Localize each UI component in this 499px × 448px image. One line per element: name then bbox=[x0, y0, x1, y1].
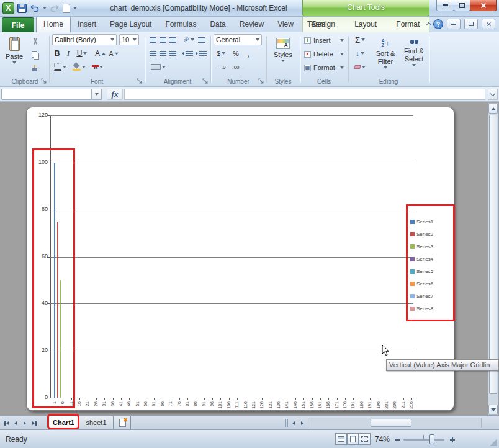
legend-item[interactable]: Series2 bbox=[409, 228, 454, 240]
find-select-button[interactable]: Find &Select bbox=[401, 34, 427, 76]
clipboard-dialog-launcher[interactable] bbox=[41, 78, 47, 84]
fill-button[interactable]: ↓ bbox=[350, 48, 370, 59]
italic-button[interactable]: I bbox=[63, 48, 73, 59]
hscroll-left-button[interactable] bbox=[289, 418, 298, 428]
hscroll-track[interactable] bbox=[308, 418, 482, 428]
vscroll-down-button[interactable] bbox=[488, 405, 498, 414]
accounting-format-button[interactable]: $ bbox=[214, 48, 228, 59]
excel-logo-icon[interactable]: X bbox=[2, 2, 14, 14]
redo-button[interactable] bbox=[50, 4, 60, 12]
align-top-button[interactable] bbox=[148, 34, 158, 45]
decrease-decimal-button[interactable]: .00→ bbox=[231, 61, 246, 73]
normal-view-button[interactable] bbox=[335, 433, 347, 445]
align-middle-button[interactable] bbox=[158, 34, 168, 45]
number-format-combobox[interactable]: General bbox=[214, 34, 262, 45]
chart-legend[interactable]: Series1Series2Series3Series4Series5Serie… bbox=[409, 215, 454, 315]
value-axis-major-gridline[interactable] bbox=[50, 115, 413, 116]
zoom-slider[interactable] bbox=[403, 439, 444, 441]
expand-formula-bar-button[interactable] bbox=[488, 89, 498, 100]
tab-formulas[interactable]: Formulas bbox=[158, 17, 203, 32]
tab-insert[interactable]: Insert bbox=[71, 17, 103, 32]
legend-item[interactable]: Series6 bbox=[409, 277, 454, 290]
underline-button[interactable]: U bbox=[74, 48, 89, 59]
last-sheet-button[interactable] bbox=[30, 418, 38, 428]
tab-home[interactable]: Home bbox=[36, 17, 71, 32]
increase-decimal-button[interactable]: ←.0 bbox=[214, 61, 228, 73]
hscroll-thumb[interactable] bbox=[371, 419, 411, 427]
workbook-restore-button[interactable] bbox=[464, 19, 478, 29]
wrap-text-button[interactable] bbox=[196, 34, 206, 45]
sheet-tab-chart1[interactable]: Chart1 bbox=[48, 416, 79, 429]
legend-item[interactable]: Series5 bbox=[409, 265, 454, 277]
align-right-button[interactable] bbox=[168, 48, 178, 59]
undo-button[interactable] bbox=[30, 4, 40, 12]
borders-button[interactable] bbox=[52, 61, 68, 73]
previous-sheet-button[interactable] bbox=[11, 418, 20, 428]
delete-cells-button[interactable]: × Delete bbox=[302, 48, 346, 60]
chart-bar-series1[interactable] bbox=[54, 163, 55, 398]
value-axis-major-gridline[interactable] bbox=[50, 257, 413, 258]
number-dialog-launcher[interactable] bbox=[258, 78, 264, 84]
maximize-button[interactable] bbox=[454, 0, 470, 11]
workbook-close-button[interactable] bbox=[482, 19, 495, 29]
legend-item[interactable]: Series1 bbox=[409, 215, 454, 228]
vscroll-up-button[interactable] bbox=[488, 104, 498, 114]
copy-button[interactable] bbox=[29, 49, 41, 60]
customize-qat-dropdown-icon[interactable] bbox=[73, 7, 77, 9]
fill-color-button[interactable] bbox=[71, 61, 87, 73]
align-center-button[interactable] bbox=[158, 48, 168, 59]
workbook-minimize-button[interactable] bbox=[447, 19, 461, 29]
percent-style-button[interactable]: % bbox=[231, 48, 241, 59]
zoom-in-button[interactable] bbox=[448, 436, 456, 444]
help-button[interactable]: ? bbox=[433, 19, 443, 29]
sheet-tab-sheet1[interactable]: sheet1 bbox=[79, 416, 114, 429]
orientation-button[interactable]: ab bbox=[182, 34, 195, 45]
format-cells-button[interactable]: ▦ Format bbox=[302, 61, 346, 74]
file-tab[interactable]: File bbox=[2, 17, 34, 32]
decrease-indent-button[interactable] bbox=[181, 48, 194, 59]
cut-button[interactable] bbox=[29, 35, 41, 47]
tab-review[interactable]: Review bbox=[233, 17, 271, 32]
tab-design[interactable]: Design bbox=[312, 17, 335, 32]
insert-worksheet-button[interactable] bbox=[114, 416, 131, 429]
font-dialog-launcher[interactable] bbox=[137, 78, 143, 84]
minimize-button[interactable] bbox=[436, 0, 454, 11]
legend-item[interactable]: Series3 bbox=[409, 240, 454, 253]
vscroll-thumb[interactable] bbox=[489, 115, 497, 394]
increase-font-button[interactable]: A bbox=[94, 48, 107, 59]
page-break-preview-button[interactable] bbox=[359, 433, 371, 445]
insert-function-button[interactable]: fx bbox=[107, 89, 123, 100]
tab-format[interactable]: Format bbox=[396, 17, 420, 32]
bold-button[interactable]: B bbox=[52, 48, 62, 59]
align-left-button[interactable] bbox=[148, 48, 158, 59]
value-axis-major-gridline[interactable] bbox=[50, 303, 413, 304]
merge-center-button[interactable] bbox=[148, 61, 169, 73]
zoom-out-button[interactable] bbox=[393, 436, 402, 444]
close-button[interactable] bbox=[470, 0, 497, 11]
alignment-dialog-launcher[interactable] bbox=[202, 78, 209, 84]
zoom-level-button[interactable]: 74% bbox=[371, 435, 390, 444]
first-sheet-button[interactable] bbox=[2, 418, 11, 428]
legend-item[interactable]: Series8 bbox=[409, 302, 454, 315]
format-painter-button[interactable] bbox=[29, 63, 41, 74]
insert-cells-button[interactable]: + Insert bbox=[302, 34, 346, 47]
hscroll-right-button[interactable] bbox=[298, 418, 307, 428]
undo-dropdown-arrow-icon[interactable] bbox=[43, 7, 47, 9]
page-layout-view-button[interactable] bbox=[347, 433, 359, 445]
tab-layout[interactable]: Layout bbox=[354, 17, 377, 32]
chart-bar-series2[interactable] bbox=[57, 222, 58, 398]
name-box-dropdown[interactable] bbox=[92, 89, 102, 100]
tab-page-layout[interactable]: Page Layout bbox=[103, 17, 158, 32]
tab-splitter[interactable] bbox=[285, 419, 288, 427]
chart-bar-series3[interactable] bbox=[60, 280, 61, 398]
save-button[interactable] bbox=[17, 4, 27, 13]
comma-style-button[interactable]: , bbox=[243, 48, 253, 59]
tab-view[interactable]: View bbox=[271, 17, 300, 32]
legend-item[interactable]: Series7 bbox=[409, 290, 454, 302]
legend-item[interactable]: Series4 bbox=[409, 253, 454, 265]
resize-grip-icon[interactable] bbox=[490, 439, 497, 446]
zoom-slider-thumb[interactable] bbox=[429, 434, 434, 444]
collapse-ribbon-icon[interactable] bbox=[426, 22, 431, 27]
clear-button[interactable] bbox=[350, 61, 370, 73]
cell-styles-button[interactable]: A Styles bbox=[268, 34, 298, 76]
